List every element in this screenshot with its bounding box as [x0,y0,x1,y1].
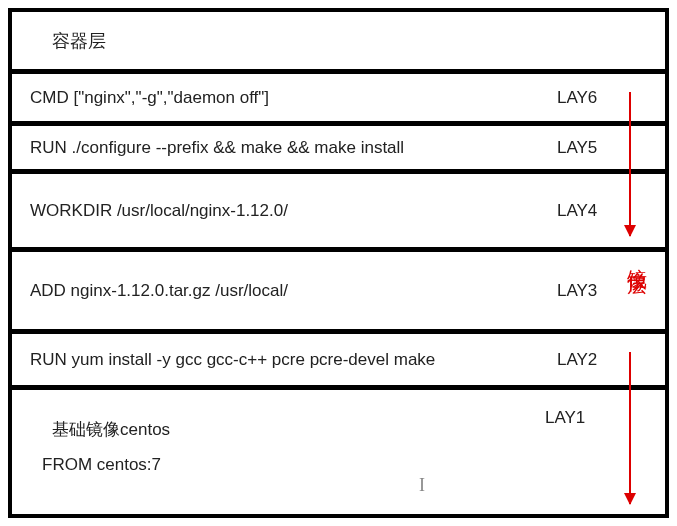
layer-cmd: ADD nginx-1.12.0.tar.gz /usr/local/ [30,281,557,301]
arrow-down-icon [629,92,631,236]
arrow-down-icon [629,352,631,504]
layer-cmd: RUN ./configure --prefix && make && make… [30,138,557,158]
container-layer-row: 容器层 [12,12,665,74]
layer-row-3: ADD nginx-1.12.0.tar.gz /usr/local/ LAY3 [12,252,665,334]
layer-label: LAY1 [545,408,665,428]
image-layers-label: 镜像层 [624,252,651,264]
layer-row-4: WORKDIR /usr/local/nginx-1.12.0/ LAY4 [12,174,665,252]
base-image-title: 基础镜像centos [42,418,170,441]
layer-cmd: WORKDIR /usr/local/nginx-1.12.0/ [30,201,557,221]
layer-label: LAY3 [557,281,647,301]
layer-cmd: RUN yum install -y gcc gcc-c++ pcre pcre… [30,350,557,370]
layer-row-1: LAY1 基础镜像centos FROM centos:7 [12,390,665,502]
layer-cmd: CMD ["nginx","-g","daemon off"] [30,88,557,108]
container-layer-title: 容器层 [52,29,106,53]
layer-label: LAY2 [557,350,647,370]
layer-row-5: RUN ./configure --prefix && make && make… [12,126,665,174]
layer-row-6: CMD ["nginx","-g","daemon off"] LAY6 [12,74,665,126]
layer-row-2: RUN yum install -y gcc gcc-c++ pcre pcre… [12,334,665,390]
layers-diagram: 容器层 CMD ["nginx","-g","daemon off"] LAY6… [8,8,669,518]
layer-cmd: FROM centos:7 [42,455,161,475]
layer-label: LAY6 [557,88,647,108]
layer-label: LAY5 [557,138,647,158]
text-cursor-icon: I [419,475,425,496]
layer-label: LAY4 [557,201,647,221]
